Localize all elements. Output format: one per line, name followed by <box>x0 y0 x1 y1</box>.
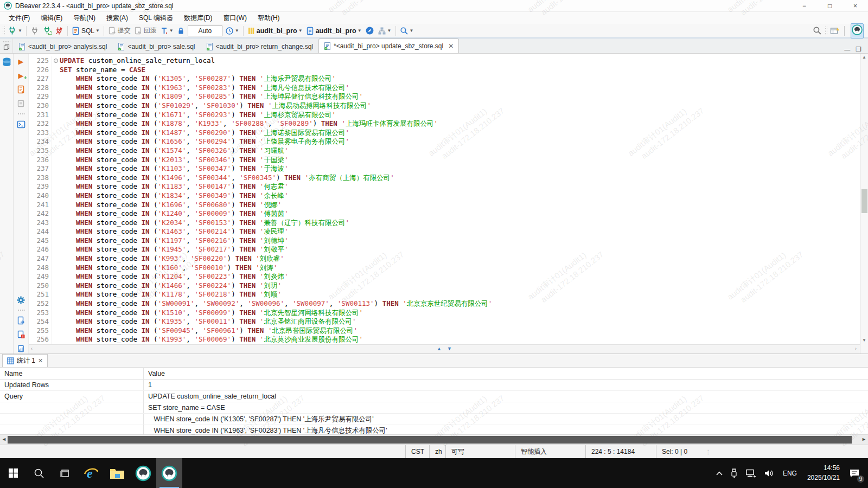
fold-column <box>52 335 60 344</box>
line-number: 255 <box>29 326 52 336</box>
transaction-log-button[interactable]: ▼ <box>224 25 241 37</box>
open-perspective-button[interactable] <box>828 25 841 37</box>
input-language-indicator[interactable]: ENG <box>779 470 801 477</box>
commit-button[interactable]: 提交 <box>106 25 132 37</box>
taskbar-search-button[interactable] <box>26 458 52 488</box>
navigator-sync-button[interactable] <box>363 25 376 37</box>
scroll-down-icon[interactable]: ▼ <box>860 338 868 343</box>
editor-horizontal-scrollbar[interactable]: ‹ › ▲ ▼ <box>29 344 860 354</box>
restore-panel-icon[interactable] <box>3 44 10 50</box>
statistics-tab[interactable]: 统计 1 ✕ <box>2 354 48 367</box>
sql-editor[interactable]: 225UPDATE custom_online_sale_return_loca… <box>29 54 860 354</box>
network-tray-button[interactable] <box>743 463 759 484</box>
user-profile-button[interactable] <box>851 23 864 38</box>
panel-collapse-control[interactable]: ▲ ▼ <box>437 345 452 352</box>
lock-button[interactable] <box>175 25 187 37</box>
status-segment-1: zh <box>429 445 445 459</box>
result-value-cell: 1 <box>144 380 868 390</box>
global-search-button[interactable] <box>811 25 824 37</box>
code-text: SET store_name = CASE <box>60 66 145 75</box>
file-explorer-button[interactable] <box>104 458 130 488</box>
table-row[interactable]: QueryUPDATE custom_online_sale_return_lo… <box>0 391 868 402</box>
scroll-left-icon[interactable]: ◄ <box>2 436 7 442</box>
collapse-down-icon[interactable]: ▼ <box>447 345 452 352</box>
scroll-left-icon[interactable]: ‹ <box>31 346 33 351</box>
dbeaver-taskbar-button[interactable] <box>130 458 156 488</box>
volume-tray-button[interactable] <box>761 463 777 484</box>
menu-item-4[interactable]: SQL 编辑器 <box>133 12 178 24</box>
database-navigator-icon[interactable] <box>2 57 12 67</box>
code-line: 246 WHEN store_code IN ('K1945', 'SF0021… <box>29 245 860 254</box>
reconnect-button[interactable] <box>41 25 53 37</box>
maximize-editor-icon[interactable]: ❒ <box>856 46 861 53</box>
results-horizontal-scrollbar[interactable]: ◄ ► <box>0 434 868 445</box>
table-row[interactable]: SET store_name = CASE <box>0 402 868 414</box>
settings-gear-button[interactable] <box>16 295 26 305</box>
table-row[interactable]: Updated Rows1 <box>0 380 868 391</box>
sql-editor-button[interactable]: SQL ▼ <box>70 25 101 37</box>
close-tab-icon[interactable]: ✕ <box>448 42 454 50</box>
action-center-button[interactable]: 9 <box>846 463 863 484</box>
menu-item-3[interactable]: 搜索(A) <box>101 12 133 24</box>
chevron-down-icon: ▼ <box>235 28 239 33</box>
disconnect-button[interactable] <box>53 25 65 37</box>
transaction-mode-button[interactable]: ▼ <box>158 25 175 37</box>
schema-selector[interactable]: audit_bi_pro ▼ <box>304 25 363 37</box>
dbeaver-active-taskbar-button[interactable] <box>156 458 182 488</box>
output-log-button[interactable] <box>16 344 26 354</box>
status-overflow-icon[interactable]: ⋮ <box>704 449 713 455</box>
scrollbar-thumb[interactable] <box>8 436 852 444</box>
sql-search-button[interactable]: ▼ <box>398 25 416 37</box>
execute-statement-button[interactable]: ▶ <box>16 56 26 66</box>
connection-selector[interactable]: audit_bi_pro ▼ <box>246 25 304 37</box>
editor-tab-2[interactable]: <audit_bi_pro> return_change.sql <box>201 40 318 53</box>
network-profile-button[interactable]: ▼ <box>376 25 393 37</box>
scroll-right-icon[interactable]: ► <box>861 436 866 442</box>
column-header-name[interactable]: Name <box>0 368 144 379</box>
rollback-button[interactable]: 回滚 <box>132 25 158 37</box>
menu-item-5[interactable]: 数据库(D) <box>178 12 218 24</box>
taskbar-clock[interactable]: 14:56 2025/10/21 <box>803 464 844 483</box>
menu-item-6[interactable]: 窗口(W) <box>218 12 252 24</box>
editor-vertical-scrollbar[interactable]: ▲ ▼ <box>860 54 868 354</box>
editor-tab-0[interactable]: <audit_bi_pro> analysis.sql <box>13 40 112 53</box>
editor-tab-1[interactable]: <audit_bi_pro> sale.sql <box>112 40 200 53</box>
maximize-button[interactable]: □ <box>817 0 843 12</box>
new-connection-button[interactable]: ▼ <box>6 25 24 37</box>
internet-explorer-button[interactable]: e <box>78 458 104 488</box>
collapse-up-icon[interactable]: ▲ <box>437 345 442 352</box>
table-row[interactable]: WHEN store_code IN ('K1305', 'SF00287') … <box>0 414 868 425</box>
execute-script-button[interactable] <box>16 85 26 94</box>
column-header-value[interactable]: Value <box>144 368 868 379</box>
commit-mode-select[interactable]: Auto <box>188 25 222 36</box>
connect-button[interactable] <box>29 25 41 37</box>
menu-item-0[interactable]: 文件(F) <box>3 12 35 24</box>
execute-new-tab-button[interactable]: ▶+ <box>16 70 26 80</box>
start-button[interactable] <box>0 458 26 488</box>
windows-logo-icon <box>9 468 18 478</box>
minimize-button[interactable]: − <box>792 0 817 12</box>
menu-item-2[interactable]: 导航(N) <box>68 12 101 24</box>
menu-item-1[interactable]: 编辑(E) <box>35 12 68 24</box>
usb-tray-button[interactable] <box>727 463 741 484</box>
editor-tab-3[interactable]: *<audit_bi_pro> update_sbz_store.sql✕ <box>318 38 459 53</box>
scrollbar-thumb[interactable] <box>861 189 867 213</box>
scroll-up-icon[interactable]: ▲ <box>860 55 868 60</box>
menu-item-7[interactable]: 帮助(H) <box>252 12 285 24</box>
chevron-up-icon <box>716 471 723 476</box>
sql-console-button[interactable] <box>16 119 26 129</box>
result-value-cell: SET store_name = CASE <box>144 402 868 413</box>
line-number: 238 <box>29 174 52 183</box>
fold-column <box>52 164 60 174</box>
scroll-right-icon[interactable]: › <box>855 346 857 351</box>
error-log-button[interactable] <box>16 330 26 339</box>
explain-plan-button[interactable] <box>16 99 26 108</box>
export-result-button[interactable] <box>16 316 26 325</box>
tray-expand-button[interactable] <box>713 463 725 484</box>
fold-collapse-icon[interactable] <box>54 59 58 63</box>
table-row[interactable]: WHEN store_code IN ('K1963', 'SF00283') … <box>0 425 868 434</box>
minimize-editor-icon[interactable]: — <box>844 46 850 53</box>
close-tab-icon[interactable]: ✕ <box>38 357 43 364</box>
close-button[interactable]: × <box>843 0 868 12</box>
task-view-button[interactable] <box>52 458 78 488</box>
